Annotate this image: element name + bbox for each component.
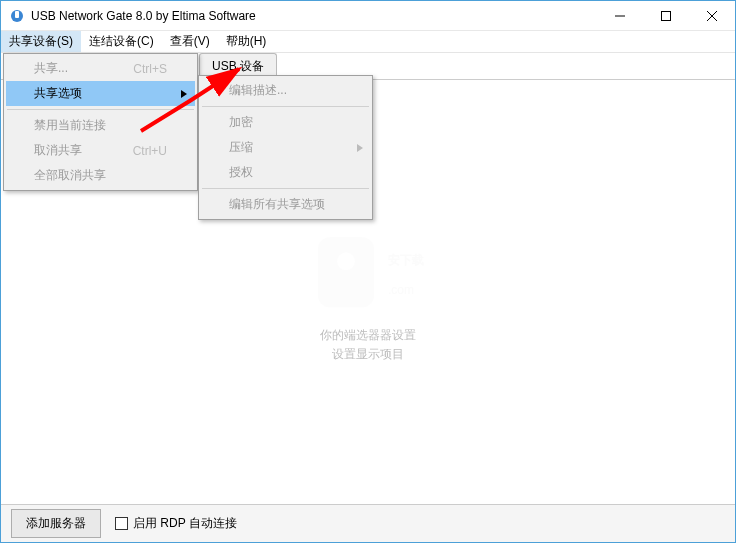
svg-point-7	[337, 252, 355, 270]
submenu-arrow-icon	[357, 141, 363, 155]
rdp-auto-label: 启用 RDP 自动连接	[133, 515, 237, 532]
svg-rect-3	[662, 11, 671, 20]
svg-rect-6	[318, 237, 374, 307]
maximize-button[interactable]	[643, 1, 689, 30]
menu-item-unshare-all[interactable]: 全部取消共享	[6, 163, 195, 188]
svg-text:安下载: 安下载	[388, 253, 424, 267]
menu-item-label: 全部取消共享	[34, 167, 106, 184]
menu-item-shortcut: Ctrl+U	[133, 144, 167, 158]
close-button[interactable]	[689, 1, 735, 30]
menu-item-label: 授权	[229, 164, 253, 181]
menu-item-label: 压缩	[229, 139, 253, 156]
empty-state: 安下载 .com 你的端选器器设置 设置显示项目	[298, 219, 438, 364]
window-title: USB Network Gate 8.0 by Eltima Software	[31, 9, 597, 23]
menu-help[interactable]: 帮助(H)	[218, 31, 275, 52]
submenu-item-encrypt[interactable]: 加密	[201, 110, 371, 135]
empty-state-icon: 安下载 .com	[298, 219, 438, 322]
empty-state-line2: 设置显示项目	[298, 346, 438, 365]
svg-marker-11	[357, 144, 363, 152]
minimize-button[interactable]	[597, 1, 643, 30]
menu-item-label: 加密	[229, 114, 253, 131]
menubar: 共享设备(S) 连结设备(C) 查看(V) 帮助(H)	[1, 31, 735, 53]
menu-item-label: 共享选项	[34, 85, 82, 102]
menu-item-share-options[interactable]: 共享选项	[6, 81, 195, 106]
add-server-button[interactable]: 添加服务器	[11, 509, 101, 538]
menu-item-disable-connection[interactable]: 禁用当前连接	[6, 113, 195, 138]
menu-item-label: 编辑所有共享选项	[229, 196, 325, 213]
menu-separator	[7, 109, 194, 110]
menu-item-unshare[interactable]: 取消共享 Ctrl+U	[6, 138, 195, 163]
submenu-arrow-icon	[181, 87, 187, 101]
submenu-item-edit-description[interactable]: 编辑描述...	[201, 78, 371, 103]
menu-separator	[202, 188, 369, 189]
titlebar: USB Network Gate 8.0 by Eltima Software	[1, 1, 735, 31]
menu-item-shortcut: Ctrl+S	[133, 62, 167, 76]
submenu-item-edit-all[interactable]: 编辑所有共享选项	[201, 192, 371, 217]
menu-item-label: 编辑描述...	[229, 82, 287, 99]
statusbar: 添加服务器 启用 RDP 自动连接	[1, 504, 735, 542]
svg-rect-1	[15, 11, 19, 18]
menu-view[interactable]: 查看(V)	[162, 31, 218, 52]
svg-marker-10	[181, 90, 187, 98]
menu-share-devices[interactable]: 共享设备(S)	[1, 31, 81, 52]
submenu-item-compress[interactable]: 压缩	[201, 135, 371, 160]
submenu-item-auth[interactable]: 授权	[201, 160, 371, 185]
menu-item-share[interactable]: 共享... Ctrl+S	[6, 56, 195, 81]
checkbox-icon	[115, 517, 128, 530]
menu-separator	[202, 106, 369, 107]
menu-item-label: 取消共享	[34, 142, 82, 159]
app-icon	[9, 8, 25, 24]
window-controls	[597, 1, 735, 30]
menu-item-label: 禁用当前连接	[34, 117, 106, 134]
app-window: USB Network Gate 8.0 by Eltima Software …	[0, 0, 736, 543]
svg-text:.com: .com	[388, 283, 414, 297]
menu-connect-devices[interactable]: 连结设备(C)	[81, 31, 162, 52]
empty-state-line1: 你的端选器器设置	[298, 326, 438, 345]
share-options-submenu: 编辑描述... 加密 压缩 授权 编辑所有共享选项	[198, 75, 373, 220]
share-devices-menu: 共享... Ctrl+S 共享选项 禁用当前连接 取消共享 Ctrl+U 全部取…	[3, 53, 198, 191]
menu-item-label: 共享...	[34, 60, 68, 77]
rdp-auto-checkbox[interactable]: 启用 RDP 自动连接	[115, 515, 237, 532]
